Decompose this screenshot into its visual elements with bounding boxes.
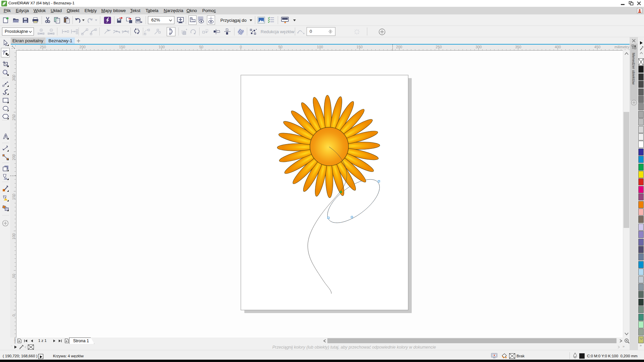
svg-text:PDF: PDF xyxy=(137,19,141,21)
